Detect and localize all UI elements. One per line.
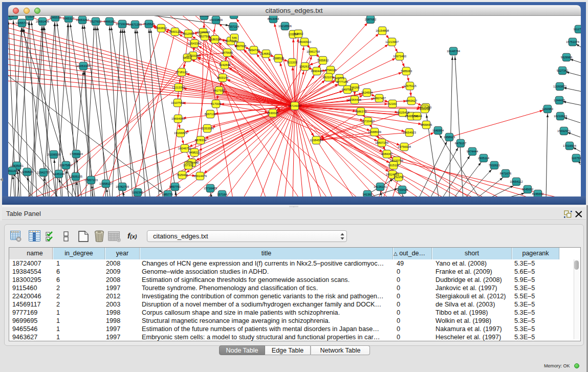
svg-text:735722: 735722 xyxy=(229,16,238,16)
svg-text:20691406: 20691406 xyxy=(36,20,49,23)
svg-text:62160: 62160 xyxy=(388,102,397,105)
svg-text:18640910: 18640910 xyxy=(298,40,311,43)
svg-text:985779: 985779 xyxy=(163,193,172,196)
svg-text:16154808: 16154808 xyxy=(376,29,389,32)
svg-text:20206536: 20206536 xyxy=(47,153,60,156)
svg-text:8427552: 8427552 xyxy=(213,89,225,92)
svg-text:141361: 141361 xyxy=(362,193,372,196)
svg-text:391144: 391144 xyxy=(8,169,17,172)
svg-text:116753: 116753 xyxy=(572,157,581,160)
svg-text:10719155: 10719155 xyxy=(116,23,129,26)
svg-text:2867608: 2867608 xyxy=(235,45,247,48)
svg-text:15692971: 15692971 xyxy=(557,129,571,133)
svg-text:8471676: 8471676 xyxy=(500,172,512,175)
svg-text:7625402: 7625402 xyxy=(177,173,188,177)
svg-text:15720407: 15720407 xyxy=(361,120,375,123)
svg-text:19756928: 19756928 xyxy=(398,145,411,148)
svg-text:771524: 771524 xyxy=(25,16,35,18)
svg-text:240557: 240557 xyxy=(9,16,18,17)
svg-text:2803144: 2803144 xyxy=(217,76,229,79)
svg-text:16033809: 16033809 xyxy=(209,18,223,21)
svg-text:8245652: 8245652 xyxy=(532,192,544,195)
svg-text:9146821: 9146821 xyxy=(260,52,272,55)
svg-text:1156829: 1156829 xyxy=(21,170,33,173)
svg-text:7485063: 7485063 xyxy=(401,70,412,73)
svg-text:9227342: 9227342 xyxy=(557,69,569,72)
svg-text:9245652: 9245652 xyxy=(522,188,534,191)
svg-text:9463627: 9463627 xyxy=(406,99,418,102)
svg-text:17359924: 17359924 xyxy=(70,152,83,156)
svg-text:6479197: 6479197 xyxy=(455,142,467,145)
svg-text:9498222: 9498222 xyxy=(189,151,201,154)
svg-text:8912954: 8912954 xyxy=(183,32,194,35)
svg-text:17435061: 17435061 xyxy=(10,164,24,167)
svg-text:16046756: 16046756 xyxy=(178,147,191,150)
svg-text:18807249: 18807249 xyxy=(375,141,388,144)
svg-text:252254: 252254 xyxy=(394,176,404,179)
svg-text:1733426: 1733426 xyxy=(397,188,408,191)
svg-text:9329966: 9329966 xyxy=(561,56,573,59)
svg-text:12505135: 12505135 xyxy=(69,175,82,178)
svg-text:20364436: 20364436 xyxy=(348,98,361,101)
svg-text:20053346: 20053346 xyxy=(77,64,90,68)
svg-text:160338: 160338 xyxy=(199,16,209,17)
svg-text:10958107: 10958107 xyxy=(99,182,113,185)
svg-text:6466160: 6466160 xyxy=(104,20,116,23)
svg-text:7515526: 7515526 xyxy=(143,23,155,26)
svg-text:10961758: 10961758 xyxy=(307,50,320,53)
svg-text:1621072: 1621072 xyxy=(323,76,335,79)
svg-text:1065327: 1065327 xyxy=(63,17,75,20)
svg-text:12213967: 12213967 xyxy=(385,40,399,43)
svg-text:419662: 419662 xyxy=(293,32,303,35)
svg-text:10120746: 10120746 xyxy=(390,159,403,162)
svg-text:11384554: 11384554 xyxy=(310,139,323,142)
svg-text:9899695: 9899695 xyxy=(421,123,432,126)
svg-text:100254: 100254 xyxy=(420,107,430,111)
svg-text:1112753: 1112753 xyxy=(573,28,581,31)
svg-text:8267130: 8267130 xyxy=(205,113,216,116)
svg-text:10653267: 10653267 xyxy=(76,18,89,21)
svg-text:14055724: 14055724 xyxy=(15,21,29,25)
svg-text:3875685: 3875685 xyxy=(222,51,233,54)
svg-text:9777169: 9777169 xyxy=(337,80,349,83)
svg-text:16671355: 16671355 xyxy=(128,23,142,26)
svg-text:8660128: 8660128 xyxy=(169,30,181,33)
svg-text:7357224: 7357224 xyxy=(228,25,239,28)
svg-text:19654923: 19654923 xyxy=(403,131,416,134)
svg-text:1958923: 1958923 xyxy=(444,136,455,139)
svg-text:9242848: 9242848 xyxy=(219,63,231,67)
svg-text:7663822: 7663822 xyxy=(156,27,167,30)
svg-text:1065532: 1065532 xyxy=(50,16,61,19)
svg-text:546: 546 xyxy=(232,36,237,39)
svg-text:11353594: 11353594 xyxy=(201,127,214,130)
svg-text:19654953: 19654953 xyxy=(171,117,185,120)
svg-text:1244415: 1244415 xyxy=(554,99,565,102)
svg-text:16914479: 16914479 xyxy=(193,174,207,178)
svg-text:7986372: 7986372 xyxy=(355,110,367,113)
svg-text:17016504: 17016504 xyxy=(563,144,577,147)
svg-text:12942757: 12942757 xyxy=(37,171,50,174)
svg-text:10973493: 10973493 xyxy=(393,55,406,58)
svg-text:2530025: 2530025 xyxy=(267,112,279,115)
svg-text:7955812: 7955812 xyxy=(317,59,329,62)
svg-text:9327508: 9327508 xyxy=(225,39,237,42)
svg-text:12093872: 12093872 xyxy=(553,85,567,88)
svg-text:13226058: 13226058 xyxy=(197,31,210,34)
svg-text:16210643: 16210643 xyxy=(554,115,567,118)
svg-text:1192346: 1192346 xyxy=(132,191,143,194)
svg-text:9474444: 9474444 xyxy=(467,150,478,153)
svg-text:7632621: 7632621 xyxy=(489,164,500,167)
svg-text:8454749: 8454749 xyxy=(248,49,260,52)
svg-text:15716485: 15716485 xyxy=(204,187,217,190)
svg-text:157332: 157332 xyxy=(183,164,193,167)
svg-text:20975867: 20975867 xyxy=(59,164,73,167)
svg-text:8813054: 8813054 xyxy=(268,17,279,20)
svg-text:1588520: 1588520 xyxy=(273,57,285,60)
svg-text:17957223: 17957223 xyxy=(84,179,98,182)
svg-text:9857791: 9857791 xyxy=(169,185,181,188)
svg-text:157164: 157164 xyxy=(217,193,227,196)
svg-text:8990448: 8990448 xyxy=(311,70,323,73)
svg-text:6794028: 6794028 xyxy=(325,69,337,72)
svg-text:19166829: 19166829 xyxy=(174,132,187,135)
svg-text:3624554: 3624554 xyxy=(361,91,373,94)
